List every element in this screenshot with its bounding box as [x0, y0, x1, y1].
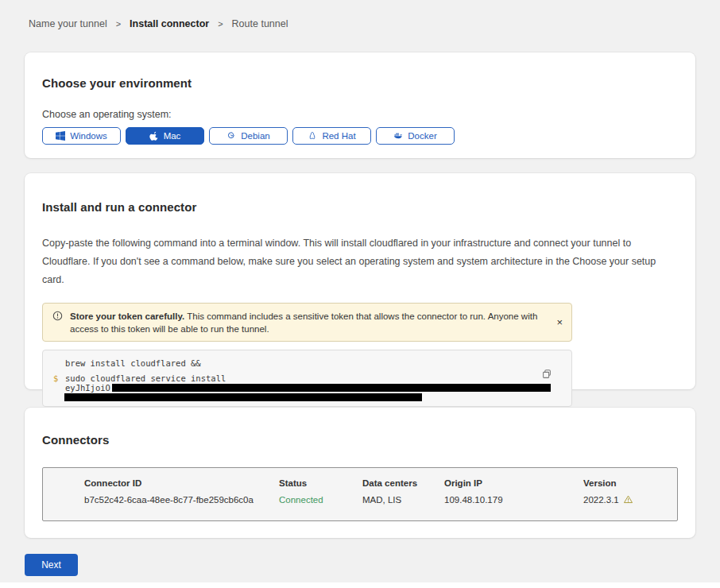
os-button-windows[interactable]: Windows — [42, 127, 121, 145]
col-connector-id: Connector ID — [84, 478, 279, 488]
os-button-label: Debian — [241, 131, 269, 141]
os-button-group: Windows Mac Debian Red Hat Docker — [42, 127, 678, 145]
connectors-card: Connectors Connector ID Status Data cent… — [25, 408, 695, 538]
table-row: b7c52c42-6caa-48ee-8c77-fbe259cb6c0a Con… — [84, 494, 677, 505]
breadcrumb-separator: > — [116, 19, 121, 29]
col-data-centers: Data centers — [362, 478, 444, 488]
install-connector-card: Install and run a connector Copy-paste t… — [25, 173, 695, 389]
warning-triangle-icon — [623, 494, 633, 505]
os-button-redhat[interactable]: Red Hat — [292, 127, 371, 145]
version-number: 2022.3.1 — [583, 495, 619, 505]
code-line-brew: brew install cloudflared && — [65, 358, 571, 368]
os-button-mac[interactable]: Mac — [126, 127, 204, 145]
apple-icon — [149, 131, 159, 141]
next-button[interactable]: Next — [25, 554, 78, 576]
environment-card-title: Choose your environment — [42, 76, 678, 90]
breadcrumb-install-connector[interactable]: Install connector — [130, 18, 209, 29]
install-command-codeblock: brew install cloudflared && $ sudo cloud… — [42, 350, 572, 407]
col-version: Version — [583, 478, 677, 488]
connectors-card-title: Connectors — [42, 433, 678, 447]
os-button-label: Windows — [70, 131, 107, 141]
version-value: 2022.3.1 — [583, 494, 677, 505]
install-description: Copy-paste the following command into a … — [42, 234, 678, 289]
connectors-table-header: Connector ID Status Data centers Origin … — [84, 478, 677, 488]
redacted-token-bar — [64, 393, 422, 401]
os-button-label: Mac — [164, 131, 181, 141]
warning-text: Store your token carefully. This command… — [70, 310, 544, 335]
breadcrumb-name-your-tunnel[interactable]: Name your tunnel — [29, 18, 107, 29]
redhat-linux-icon — [308, 131, 317, 141]
warning-text-bold: Store your token carefully. — [70, 311, 184, 321]
connectors-table: Connector ID Status Data centers Origin … — [42, 467, 678, 521]
origin-ip-value: 109.48.10.179 — [444, 495, 583, 505]
token-prefix: eyJhIjoiO — [65, 384, 110, 393]
breadcrumb-separator: > — [218, 19, 223, 29]
os-select-label: Choose an operating system: — [42, 109, 678, 120]
data-centers-value: MAD, LIS — [362, 495, 444, 505]
code-command-group: $ sudo cloudflared service install eyJhI… — [65, 374, 571, 402]
code-line-token-continued — [65, 393, 571, 402]
windows-icon — [56, 131, 65, 141]
breadcrumb-route-tunnel[interactable]: Route tunnel — [232, 18, 288, 29]
shell-prompt: $ — [53, 374, 58, 384]
debian-icon — [226, 131, 236, 141]
os-button-label: Docker — [408, 131, 436, 141]
breadcrumb: Name your tunnel > Install connector > R… — [29, 18, 288, 29]
os-button-docker[interactable]: Docker — [376, 127, 455, 145]
os-button-debian[interactable]: Debian — [209, 127, 288, 145]
redacted-token-bar — [112, 384, 551, 392]
connector-id-value: b7c52c42-6caa-48ee-8c77-fbe259cb6c0a — [84, 495, 279, 505]
copy-icon[interactable] — [541, 369, 552, 380]
col-origin-ip: Origin IP — [444, 478, 583, 488]
install-card-title: Install and run a connector — [42, 200, 678, 214]
code-line-service-install: sudo cloudflared service install — [65, 374, 571, 384]
token-warning-banner: Store your token carefully. This command… — [42, 303, 572, 342]
code-line-token: eyJhIjoiO — [65, 384, 571, 393]
environment-card: Choose your environment Choose an operat… — [25, 52, 695, 158]
bottom-strip — [0, 582, 720, 588]
close-icon[interactable]: × — [556, 316, 563, 327]
col-status: Status — [279, 478, 362, 488]
docker-icon — [393, 131, 403, 141]
os-button-label: Red Hat — [322, 131, 355, 141]
alert-circle-icon — [52, 311, 63, 321]
status-badge: Connected — [279, 495, 362, 505]
